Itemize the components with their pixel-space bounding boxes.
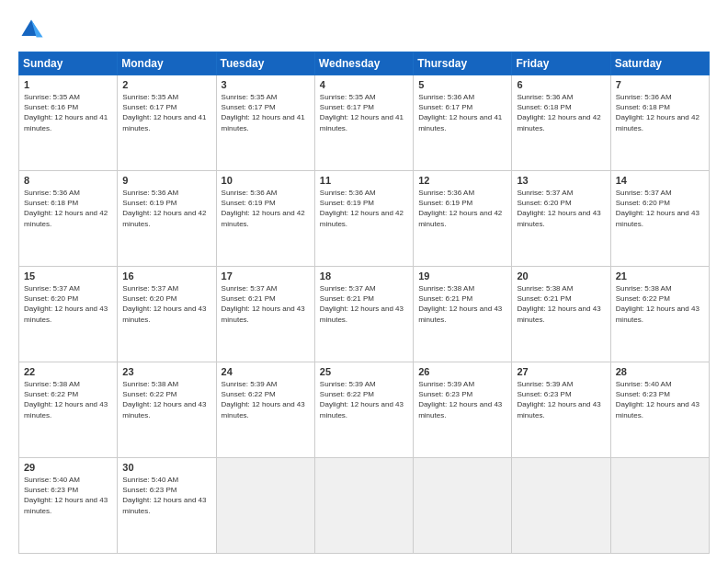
day-number: 20 xyxy=(517,270,605,282)
header-tuesday: Tuesday xyxy=(216,52,314,75)
table-row: 28 Sunrise: 5:40 AM Sunset: 6:23 PM Dayl… xyxy=(610,362,709,458)
table-row: 23 Sunrise: 5:38 AM Sunset: 6:22 PM Dayl… xyxy=(118,362,216,458)
weekday-header-row: Sunday Monday Tuesday Wednesday Thursday… xyxy=(19,52,710,75)
table-row: 27 Sunrise: 5:39 AM Sunset: 6:23 PM Dayl… xyxy=(512,362,610,458)
day-info: Sunrise: 5:38 AM Sunset: 6:21 PM Dayligh… xyxy=(418,283,506,325)
day-info: Sunrise: 5:36 AM Sunset: 6:19 PM Dayligh… xyxy=(320,188,408,229)
day-info: Sunrise: 5:36 AM Sunset: 6:18 PM Dayligh… xyxy=(517,92,605,133)
table-row: 26 Sunrise: 5:39 AM Sunset: 6:23 PM Dayl… xyxy=(414,362,512,458)
table-row: 25 Sunrise: 5:39 AM Sunset: 6:22 PM Dayl… xyxy=(314,362,413,458)
table-row: 11 Sunrise: 5:36 AM Sunset: 6:19 PM Dayl… xyxy=(314,171,413,267)
table-row: 24 Sunrise: 5:39 AM Sunset: 6:22 PM Dayl… xyxy=(216,362,314,458)
day-number: 24 xyxy=(222,366,310,377)
header-wednesday: Wednesday xyxy=(314,52,413,75)
day-info: Sunrise: 5:37 AM Sunset: 6:20 PM Dayligh… xyxy=(616,188,704,229)
table-row: 22 Sunrise: 5:38 AM Sunset: 6:22 PM Dayl… xyxy=(19,362,118,458)
day-info: Sunrise: 5:36 AM Sunset: 6:17 PM Dayligh… xyxy=(418,92,506,133)
table-row: 20 Sunrise: 5:38 AM Sunset: 6:21 PM Dayl… xyxy=(512,267,610,362)
day-info: Sunrise: 5:35 AM Sunset: 6:17 PM Dayligh… xyxy=(222,92,310,133)
day-number: 25 xyxy=(320,366,408,377)
day-info: Sunrise: 5:36 AM Sunset: 6:19 PM Dayligh… xyxy=(122,188,210,229)
empty-cell xyxy=(216,458,314,554)
day-number: 4 xyxy=(320,79,408,90)
day-number: 9 xyxy=(122,175,210,186)
day-info: Sunrise: 5:40 AM Sunset: 6:23 PM Dayligh… xyxy=(616,379,704,420)
day-info: Sunrise: 5:37 AM Sunset: 6:20 PM Dayligh… xyxy=(24,283,112,325)
day-info: Sunrise: 5:38 AM Sunset: 6:22 PM Dayligh… xyxy=(616,283,704,325)
header-monday: Monday xyxy=(118,52,216,75)
day-number: 13 xyxy=(517,175,605,186)
day-info: Sunrise: 5:37 AM Sunset: 6:21 PM Dayligh… xyxy=(320,283,408,325)
day-number: 27 xyxy=(517,366,605,377)
day-number: 14 xyxy=(616,175,704,186)
day-number: 21 xyxy=(616,270,704,282)
header xyxy=(18,17,710,42)
day-number: 10 xyxy=(222,175,310,186)
day-info: Sunrise: 5:40 AM Sunset: 6:23 PM Dayligh… xyxy=(24,475,112,516)
day-info: Sunrise: 5:36 AM Sunset: 6:18 PM Dayligh… xyxy=(616,92,704,133)
day-number: 6 xyxy=(517,79,605,90)
table-row: 3 Sunrise: 5:35 AM Sunset: 6:17 PM Dayli… xyxy=(216,75,314,171)
day-info: Sunrise: 5:39 AM Sunset: 6:23 PM Dayligh… xyxy=(517,379,605,420)
logo xyxy=(18,17,48,42)
empty-cell xyxy=(512,458,610,554)
day-number: 12 xyxy=(418,175,506,186)
calendar-table: Sunday Monday Tuesday Wednesday Thursday… xyxy=(18,52,710,554)
day-number: 2 xyxy=(122,79,210,90)
day-info: Sunrise: 5:36 AM Sunset: 6:19 PM Dayligh… xyxy=(418,188,506,229)
day-number: 11 xyxy=(320,175,408,186)
header-thursday: Thursday xyxy=(414,52,512,75)
day-info: Sunrise: 5:37 AM Sunset: 6:20 PM Dayligh… xyxy=(122,283,210,325)
day-number: 8 xyxy=(24,175,112,186)
empty-cell xyxy=(314,458,413,554)
day-number: 22 xyxy=(24,366,112,377)
day-info: Sunrise: 5:36 AM Sunset: 6:18 PM Dayligh… xyxy=(24,188,112,229)
day-info: Sunrise: 5:40 AM Sunset: 6:23 PM Dayligh… xyxy=(122,475,210,516)
table-row: 4 Sunrise: 5:35 AM Sunset: 6:17 PM Dayli… xyxy=(314,75,413,171)
day-info: Sunrise: 5:39 AM Sunset: 6:22 PM Dayligh… xyxy=(320,379,408,420)
day-number: 1 xyxy=(24,79,112,90)
day-number: 18 xyxy=(320,270,408,282)
day-number: 26 xyxy=(418,366,506,377)
day-info: Sunrise: 5:38 AM Sunset: 6:21 PM Dayligh… xyxy=(517,283,605,325)
day-info: Sunrise: 5:39 AM Sunset: 6:22 PM Dayligh… xyxy=(222,379,310,420)
table-row: 2 Sunrise: 5:35 AM Sunset: 6:17 PM Dayli… xyxy=(118,75,216,171)
day-number: 19 xyxy=(418,270,506,282)
day-number: 23 xyxy=(122,366,210,377)
table-row: 16 Sunrise: 5:37 AM Sunset: 6:20 PM Dayl… xyxy=(118,267,216,362)
table-row: 10 Sunrise: 5:36 AM Sunset: 6:19 PM Dayl… xyxy=(216,171,314,267)
table-row: 6 Sunrise: 5:36 AM Sunset: 6:18 PM Dayli… xyxy=(512,75,610,171)
header-saturday: Saturday xyxy=(610,52,709,75)
day-number: 29 xyxy=(24,462,112,473)
header-friday: Friday xyxy=(512,52,610,75)
day-info: Sunrise: 5:38 AM Sunset: 6:22 PM Dayligh… xyxy=(24,379,112,420)
table-row: 9 Sunrise: 5:36 AM Sunset: 6:19 PM Dayli… xyxy=(118,171,216,267)
empty-cell xyxy=(414,458,512,554)
table-row: 21 Sunrise: 5:38 AM Sunset: 6:22 PM Dayl… xyxy=(610,267,709,362)
logo-icon xyxy=(18,17,44,42)
day-number: 7 xyxy=(616,79,704,90)
day-info: Sunrise: 5:39 AM Sunset: 6:23 PM Dayligh… xyxy=(418,379,506,420)
table-row: 7 Sunrise: 5:36 AM Sunset: 6:18 PM Dayli… xyxy=(610,75,709,171)
table-row: 14 Sunrise: 5:37 AM Sunset: 6:20 PM Dayl… xyxy=(610,171,709,267)
table-row: 18 Sunrise: 5:37 AM Sunset: 6:21 PM Dayl… xyxy=(314,267,413,362)
table-row: 29 Sunrise: 5:40 AM Sunset: 6:23 PM Dayl… xyxy=(19,458,118,554)
day-number: 15 xyxy=(24,270,112,282)
day-info: Sunrise: 5:35 AM Sunset: 6:17 PM Dayligh… xyxy=(122,92,210,133)
table-row: 1 Sunrise: 5:35 AM Sunset: 6:16 PM Dayli… xyxy=(19,75,118,171)
table-row: 30 Sunrise: 5:40 AM Sunset: 6:23 PM Dayl… xyxy=(118,458,216,554)
day-info: Sunrise: 5:37 AM Sunset: 6:20 PM Dayligh… xyxy=(517,188,605,229)
day-number: 17 xyxy=(222,270,310,282)
day-info: Sunrise: 5:38 AM Sunset: 6:22 PM Dayligh… xyxy=(122,379,210,420)
day-info: Sunrise: 5:35 AM Sunset: 6:17 PM Dayligh… xyxy=(320,92,408,133)
empty-cell xyxy=(610,458,709,554)
table-row: 17 Sunrise: 5:37 AM Sunset: 6:21 PM Dayl… xyxy=(216,267,314,362)
day-number: 16 xyxy=(122,270,210,282)
table-row: 5 Sunrise: 5:36 AM Sunset: 6:17 PM Dayli… xyxy=(414,75,512,171)
table-row: 8 Sunrise: 5:36 AM Sunset: 6:18 PM Dayli… xyxy=(19,171,118,267)
table-row: 13 Sunrise: 5:37 AM Sunset: 6:20 PM Dayl… xyxy=(512,171,610,267)
day-number: 5 xyxy=(418,79,506,90)
day-info: Sunrise: 5:35 AM Sunset: 6:16 PM Dayligh… xyxy=(24,92,112,133)
table-row: 12 Sunrise: 5:36 AM Sunset: 6:19 PM Dayl… xyxy=(414,171,512,267)
header-sunday: Sunday xyxy=(19,52,118,75)
